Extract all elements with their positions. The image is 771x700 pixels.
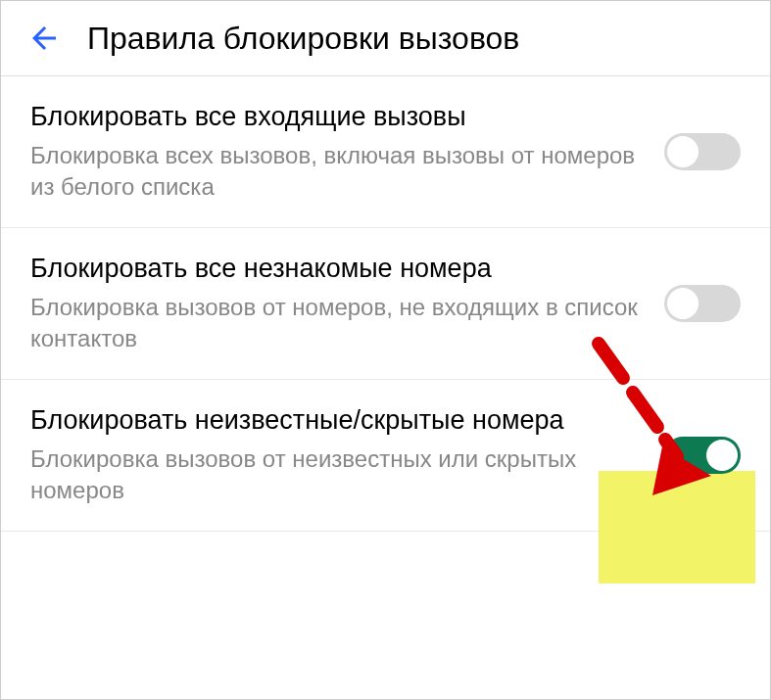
setting-description: Блокировка вызовов от номеров, не входящ… [30,292,645,355]
setting-block-unknown-numbers[interactable]: Блокировать все незнакомые номера Блокир… [1,228,770,380]
setting-text: Блокировать все входящие вызовы Блокиров… [30,100,664,204]
setting-title: Блокировать неизвестные/скрытые номера [30,403,645,438]
toggle-knob [706,440,738,471]
toggle-knob [667,136,699,167]
back-button[interactable] [24,19,64,58]
header: Правила блокировки вызовов [1,1,770,76]
settings-list: Блокировать все входящие вызовы Блокиров… [1,76,770,532]
setting-text: Блокировать все незнакомые номера Блокир… [30,252,664,355]
toggle-block-all-incoming[interactable] [664,133,741,170]
toggle-knob [667,288,699,319]
toggle-block-hidden-numbers[interactable] [664,437,741,474]
page-title: Правила блокировки вызовов [87,21,519,57]
setting-title: Блокировать все входящие вызовы [30,100,645,134]
setting-block-all-incoming[interactable]: Блокировать все входящие вызовы Блокиров… [1,76,770,228]
toggle-block-unknown-numbers[interactable] [664,285,741,322]
setting-description: Блокировка вызовов от неизвестных или ск… [30,443,645,507]
highlight-annotation [599,471,755,583]
setting-title: Блокировать все незнакомые номера [30,252,645,286]
back-arrow-icon [26,21,62,56]
setting-description: Блокировка всех вызовов, включая вызовы … [30,140,645,204]
setting-text: Блокировать неизвестные/скрытые номера Б… [30,403,664,507]
